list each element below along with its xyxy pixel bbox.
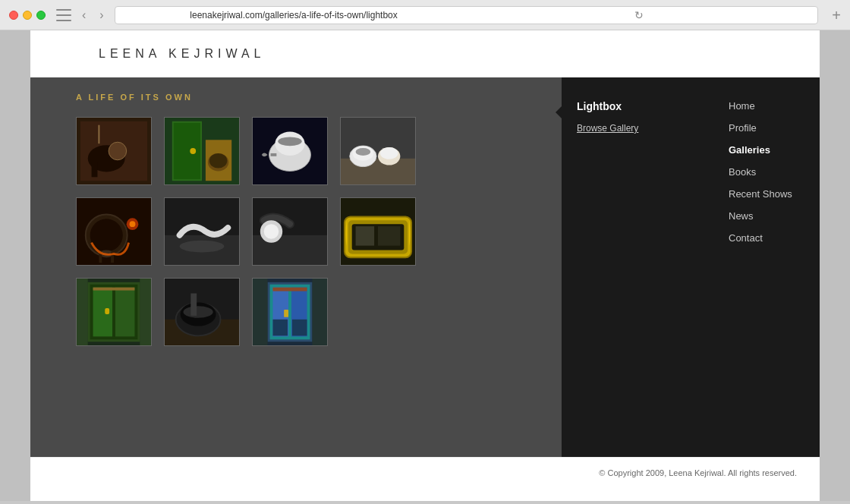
svg-point-22: [356, 148, 371, 156]
site-logo: LEENA KEJRIWAL: [99, 47, 751, 61]
svg-rect-50: [115, 288, 134, 337]
photo-1-image: [77, 117, 151, 185]
site-header: LEENA KEJRIWAL: [30, 30, 820, 77]
close-button[interactable]: [9, 11, 18, 20]
main-content: A LIFE OF ITS OWN: [30, 77, 820, 457]
svg-rect-45: [378, 226, 400, 245]
svg-point-9: [190, 148, 196, 154]
svg-rect-52: [105, 308, 109, 314]
photo-item[interactable]: [164, 197, 240, 266]
nav-news[interactable]: News: [729, 210, 804, 222]
svg-rect-54: [140, 279, 151, 345]
minimize-button[interactable]: [23, 11, 32, 20]
url-bar[interactable]: leenakejriwal.com/galleries/a-life-of-it…: [115, 6, 819, 24]
photo-11-image: [253, 278, 327, 346]
photo-item[interactable]: [76, 197, 152, 266]
svg-point-35: [180, 241, 225, 253]
photo-4-image: [341, 117, 415, 185]
photo-10-image: [165, 278, 239, 346]
nav-contact[interactable]: Contact: [729, 232, 804, 244]
browser-chrome: ‹ › leenakejriwal.com/galleries/a-life-o…: [0, 0, 850, 30]
svg-rect-17: [271, 153, 277, 156]
nav-recent-shows[interactable]: Recent Shows: [729, 188, 804, 200]
svg-point-39: [264, 224, 279, 239]
photo-9-image: [77, 278, 151, 346]
sidebar-toggle[interactable]: [56, 9, 71, 21]
photo-item[interactable]: [340, 117, 416, 185]
svg-point-59: [184, 306, 213, 318]
nav-books[interactable]: Books: [729, 166, 804, 178]
svg-rect-53: [77, 279, 88, 345]
browse-gallery-link[interactable]: Browse Gallery: [577, 123, 638, 134]
photo-item[interactable]: [76, 278, 152, 346]
svg-rect-3: [92, 162, 98, 178]
back-button[interactable]: ‹: [79, 7, 89, 24]
svg-rect-67: [284, 310, 288, 317]
photo-7-image: [253, 197, 327, 266]
svg-point-12: [209, 153, 228, 169]
svg-point-24: [380, 147, 398, 159]
svg-rect-49: [93, 288, 112, 337]
svg-rect-8: [174, 123, 200, 179]
new-tab-button[interactable]: +: [832, 8, 841, 23]
svg-rect-69: [292, 320, 307, 336]
svg-point-4: [109, 142, 127, 160]
photo-3-image: [253, 117, 327, 185]
photo-5-image: [77, 197, 151, 266]
photo-item[interactable]: [76, 117, 152, 185]
reload-icon[interactable]: ↻: [468, 9, 810, 21]
photo-8-image: [341, 197, 415, 266]
photo-item[interactable]: [252, 278, 328, 346]
svg-rect-66: [272, 288, 307, 291]
svg-point-16: [278, 137, 301, 146]
page-footer: © Copyright 2009, Leena Kejriwal. All ri…: [30, 457, 820, 488]
svg-rect-44: [356, 226, 375, 245]
photo-item[interactable]: [340, 197, 416, 266]
photo-item[interactable]: [252, 117, 328, 185]
gallery-section: A LIFE OF ITS OWN: [30, 77, 562, 457]
svg-rect-71: [312, 279, 327, 345]
url-text: leenakejriwal.com/galleries/a-life-of-it…: [123, 10, 465, 20]
photo-6-image: [165, 197, 239, 266]
svg-rect-51: [93, 288, 135, 291]
page-wrapper: LEENA KEJRIWAL A LIFE OF ITS OWN: [30, 30, 820, 501]
lightbox-heading: Lightbox: [577, 100, 622, 112]
nav-home[interactable]: Home: [729, 100, 804, 112]
lightbox-arrow: [556, 106, 562, 118]
gallery-title: A LIFE OF ITS OWN: [76, 93, 539, 102]
svg-rect-70: [253, 279, 268, 345]
maximize-button[interactable]: [36, 11, 46, 20]
svg-rect-68: [272, 320, 288, 336]
nav-galleries[interactable]: Galleries: [729, 144, 804, 156]
photo-item[interactable]: [252, 197, 328, 266]
photo-item[interactable]: [164, 278, 240, 346]
svg-point-32: [130, 221, 136, 227]
forward-button[interactable]: ›: [96, 7, 106, 24]
nav-panel: Home Profile Galleries Books Recent Show…: [713, 77, 820, 457]
traffic-lights: [9, 11, 46, 20]
photo-2-image: [165, 117, 239, 185]
svg-rect-60: [190, 294, 197, 316]
nav-profile[interactable]: Profile: [729, 122, 804, 134]
photo-grid: [76, 117, 539, 346]
photo-item[interactable]: [164, 117, 240, 185]
copyright-text: © Copyright 2009, Leena Kejriwal. All ri…: [599, 468, 797, 477]
lightbox-panel: Lightbox Browse Gallery: [562, 77, 713, 457]
